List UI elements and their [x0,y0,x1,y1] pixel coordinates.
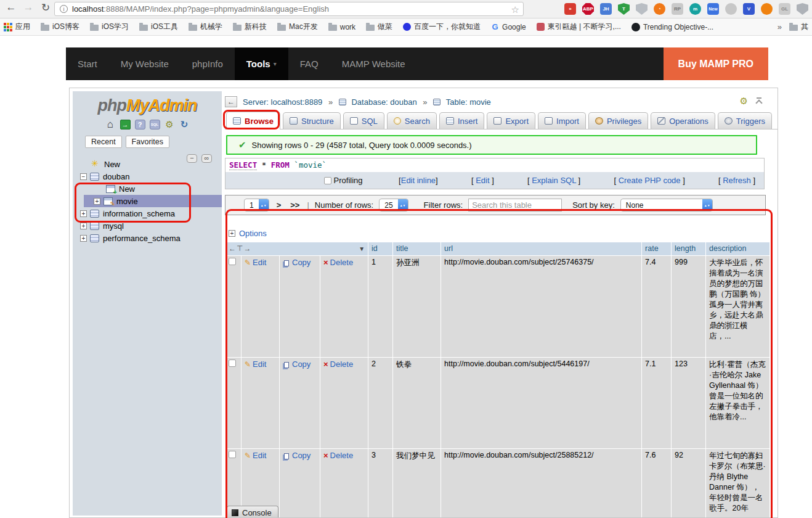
extension-icon[interactable]: T [618,3,630,15]
bookmark-star-icon[interactable]: ☆ [511,4,519,15]
reload-button[interactable]: ↻ [38,1,53,14]
tab[interactable]: SQL [343,112,384,129]
edit-link[interactable]: Edit [253,258,266,267]
tree-item[interactable]: + performance_schema [73,232,222,244]
pma-logo[interactable]: phpMyAdmin [73,96,222,115]
extension-icon[interactable] [636,3,648,15]
sidebar-header-icon[interactable] [120,120,131,130]
bookmark-item[interactable]: 百度一下，你就知道 [403,22,481,32]
hide-nav-button[interactable]: ← [225,96,237,107]
last-page-button[interactable]: >> [290,200,299,210]
bookmark-item[interactable]: Mac开发 [277,22,318,32]
mamp-nav-item[interactable]: MAMP Website [330,47,417,80]
sidebar-header-icon[interactable] [179,120,190,130]
delete-link[interactable]: Delete [330,451,354,460]
page-info-icon[interactable]: i [60,5,68,13]
bookmark-item[interactable]: Trending Objective-... [631,23,713,31]
copy-link[interactable]: Copy [292,258,311,267]
sidebar-header-icon[interactable] [135,120,145,130]
bookmark-item[interactable]: 做菜 [366,22,392,32]
tree-item[interactable]: + movie [84,195,222,207]
extension-icon[interactable]: » [564,3,576,15]
tree-expand-icon[interactable]: − [80,173,87,180]
extension-icon[interactable]: m [689,3,701,15]
tab[interactable]: Privileges [588,112,648,129]
bookmark-item[interactable]: 東引甌越 | 不断学习,... [537,22,621,32]
rows-per-page-select[interactable]: 25▲▼ [379,199,408,212]
tree-item[interactable]: + mysql [73,220,222,232]
sidebar-header-icon[interactable] [150,120,160,130]
bookmark-item[interactable]: 应用 [4,22,30,32]
row-checkbox[interactable] [229,360,236,367]
tab[interactable]: Triggers [718,112,772,129]
tab[interactable]: Operations [651,112,715,129]
next-page-button[interactable]: > [277,200,282,210]
breadcrumb-server[interactable]: Server: localhost:8889 [243,97,322,107]
extension-icon[interactable]: V [743,3,755,15]
edit-link[interactable]: Edit [253,360,266,369]
tree-item[interactable]: New [73,183,222,195]
bookmarks-overflow-chevron[interactable]: » [777,22,782,31]
tab[interactable]: Export [487,112,535,129]
options-link[interactable]: Options [239,229,267,238]
tree-item[interactable]: − douban [73,170,222,183]
bookmark-item[interactable]: 新科技 [233,22,267,32]
breadcrumb-database[interactable]: Database: douban [351,97,416,107]
breadcrumb-table[interactable]: Table: movie [446,97,491,107]
transpose-icon[interactable]: ←⊤→ [229,244,251,253]
sidebar-header-icon[interactable] [105,120,116,130]
row-checkbox[interactable] [229,258,236,265]
page-select[interactable]: 1▲▼ [244,199,269,212]
tab[interactable]: Import [538,112,586,129]
console-tab[interactable]: Console [227,506,278,518]
tree-expand-icon[interactable]: + [80,235,87,242]
mamp-nav-item[interactable]: Start [66,47,109,80]
extension-icon[interactable]: ABP [582,3,594,15]
row-checkbox[interactable] [229,451,236,458]
back-button[interactable]: ← [4,1,18,14]
tree-item[interactable]: + information_schema [73,207,222,220]
panel-tab[interactable]: Recent [85,136,122,148]
mamp-nav-item[interactable]: My Website [109,47,181,80]
sidebar-header-icon[interactable] [164,120,175,130]
tree-expand-icon[interactable]: + [80,210,87,217]
tab[interactable]: Browse [226,112,280,130]
tab[interactable]: Structure [283,112,341,129]
collapse-all-button[interactable]: − [187,154,197,163]
bookmark-item[interactable]: G Google [491,23,526,31]
column-header-url[interactable]: url [444,244,453,253]
delete-link[interactable]: Delete [330,360,354,369]
tree-expand-icon[interactable]: + [80,223,87,229]
collapse-top-icon[interactable] [757,97,761,105]
column-options-dropdown-icon[interactable]: ▼ [359,245,365,252]
panel-tab[interactable]: Favorites [126,136,169,148]
bookmark-item[interactable]: iOS学习 [90,22,129,32]
edit-link[interactable]: Edit [253,451,266,460]
column-header-rate[interactable]: rate [645,244,659,253]
delete-link[interactable]: Delete [330,258,354,267]
buy-mamp-pro-button[interactable]: Buy MAMP PRO [664,47,768,80]
column-header-description[interactable]: description [709,244,746,253]
extension-icon[interactable]: JH [600,3,612,15]
bookmark-item[interactable]: iOS工具 [139,22,178,32]
sort-key-select[interactable]: None▲▼ [620,199,713,212]
extension-icon[interactable] [725,3,737,15]
extension-icon[interactable]: GL [779,3,790,15]
bookmark-item[interactable]: iOS博客 [41,22,79,32]
mamp-nav-item[interactable]: FAQ [288,47,330,80]
extension-icon[interactable] [761,3,773,15]
extension-icon[interactable]: ◔ [654,3,665,15]
mamp-nav-item[interactable]: Tools ▾ [235,47,288,80]
url-bar[interactable]: i localhost:8888/MAMP/index.php?page=php… [54,2,524,16]
mamp-nav-item[interactable]: phpInfo [181,47,235,80]
filter-input[interactable] [468,199,562,212]
profiling-checkbox[interactable] [324,177,331,184]
extension-icon[interactable] [797,3,808,15]
link-panel-button[interactable]: ∞ [201,154,212,163]
tree-expand-icon[interactable]: + [94,198,100,205]
copy-link[interactable]: Copy [292,451,311,460]
tab[interactable]: Insert [439,112,485,129]
extension-icon[interactable]: RP [672,3,683,15]
bookmark-folder-other[interactable]: 其 [789,22,808,32]
extension-icon[interactable]: New [707,3,719,15]
